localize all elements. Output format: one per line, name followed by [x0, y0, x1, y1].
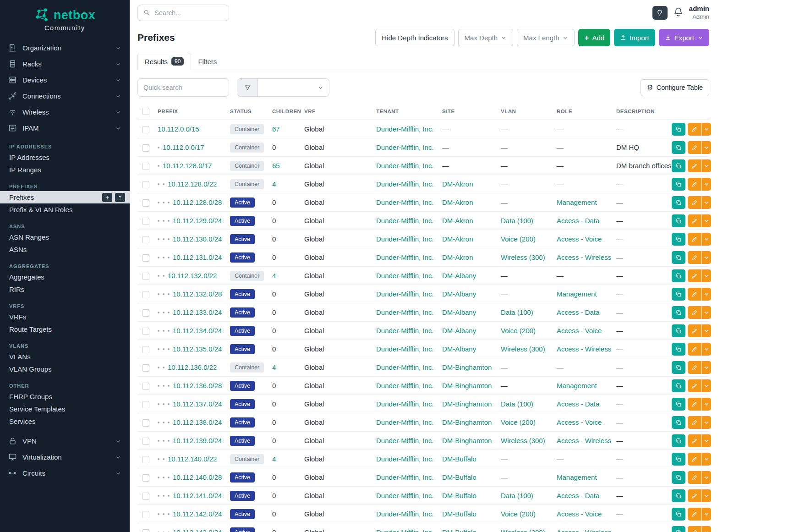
prefix-link[interactable]: 10.112.141.0/24: [173, 492, 222, 499]
tenant-link[interactable]: Dunder-Mifflin, Inc.: [376, 382, 434, 389]
role-link[interactable]: Access - Voice: [557, 235, 602, 243]
prefix-link[interactable]: 10.112.136.0/22: [168, 363, 217, 371]
sidebar-item-fhrp-groups[interactable]: FHRP Groups: [0, 390, 130, 403]
copy-button[interactable]: [672, 233, 685, 246]
sidebar-item-virtualization[interactable]: Virtualization: [0, 449, 130, 465]
edit-button[interactable]: [688, 251, 701, 264]
edit-button[interactable]: [688, 159, 701, 172]
max-depth-dropdown[interactable]: Max Depth: [458, 29, 514, 46]
copy-button[interactable]: [672, 471, 685, 484]
edit-dropdown-button[interactable]: [702, 398, 711, 411]
copy-button[interactable]: [672, 434, 685, 447]
prefix-link[interactable]: 10.112.134.0/24: [173, 327, 222, 335]
edit-button[interactable]: [688, 379, 701, 392]
role-link[interactable]: Access - Data: [557, 217, 599, 225]
edit-dropdown-button[interactable]: [702, 141, 711, 154]
sidebar-item-rirs[interactable]: RIRs: [0, 283, 130, 296]
column-header-role[interactable]: ROLE: [552, 102, 612, 120]
configure-table-button[interactable]: ⚙ Configure Table: [641, 79, 709, 96]
site-link[interactable]: DM-Binghamton: [442, 400, 492, 408]
copy-button[interactable]: [672, 123, 685, 136]
copy-button[interactable]: [672, 306, 685, 319]
role-link[interactable]: Access - Wireless: [557, 437, 611, 444]
prefix-link[interactable]: 10.112.128.0/22: [168, 180, 217, 188]
edit-button[interactable]: [688, 489, 701, 502]
row-checkbox[interactable]: [142, 383, 149, 390]
vlan-link[interactable]: Wireless (300): [501, 345, 545, 353]
sidebar-item-asns[interactable]: ASNs: [0, 243, 130, 256]
edit-button[interactable]: [688, 196, 701, 209]
sidebar-item-vlan-groups[interactable]: VLAN Groups: [0, 363, 130, 375]
select-all-checkbox[interactable]: [142, 108, 149, 115]
tenant-link[interactable]: Dunder-Mifflin, Inc.: [376, 473, 434, 481]
copy-button[interactable]: [672, 324, 685, 337]
prefix-link[interactable]: 10.112.142.0/24: [173, 510, 222, 518]
children-count[interactable]: 4: [272, 363, 276, 371]
edit-button[interactable]: [688, 526, 701, 532]
edit-button[interactable]: [688, 233, 701, 246]
prefix-link[interactable]: 10.112.136.0/28: [173, 382, 222, 389]
tenant-link[interactable]: Dunder-Mifflin, Inc.: [376, 290, 434, 298]
prefix-link[interactable]: 10.112.131.0/24: [173, 253, 222, 261]
site-link[interactable]: DM-Akron: [442, 253, 473, 261]
prefix-link[interactable]: 10.112.133.0/24: [173, 308, 222, 316]
export-button[interactable]: Export: [659, 29, 709, 46]
tenant-link[interactable]: Dunder-Mifflin, Inc.: [376, 418, 434, 426]
edit-button[interactable]: [688, 398, 701, 411]
edit-button[interactable]: [688, 269, 701, 282]
prefix-link[interactable]: 10.112.140.0/22: [168, 455, 217, 463]
tenant-link[interactable]: Dunder-Mifflin, Inc.: [376, 272, 434, 280]
site-link[interactable]: DM-Albany: [442, 290, 476, 298]
role-link[interactable]: Management: [557, 198, 597, 206]
column-header-children[interactable]: CHILDREN: [268, 102, 300, 120]
edit-button[interactable]: [688, 434, 701, 447]
sidebar-item-prefix-vlan-roles[interactable]: Prefix & VLAN Roles: [0, 203, 130, 216]
edit-button[interactable]: [688, 123, 701, 136]
copy-button[interactable]: [672, 159, 685, 172]
sidebar-item-circuits[interactable]: Circuits: [0, 465, 130, 481]
prefix-link[interactable]: 10.112.132.0/28: [173, 290, 222, 298]
role-link[interactable]: Management: [557, 290, 597, 298]
filter-button[interactable]: [237, 78, 258, 97]
edit-dropdown-button[interactable]: [702, 453, 711, 466]
row-checkbox[interactable]: [142, 401, 149, 408]
sidebar-item-vrfs[interactable]: VRFs: [0, 311, 130, 323]
copy-button[interactable]: [672, 398, 685, 411]
children-count[interactable]: 4: [272, 180, 276, 188]
copy-button[interactable]: [672, 453, 685, 466]
user-menu[interactable]: admin Admin: [689, 5, 709, 21]
edit-button[interactable]: [688, 508, 701, 521]
prefix-link[interactable]: 10.112.128.0/17: [163, 162, 212, 170]
role-link[interactable]: Management: [557, 382, 597, 389]
copy-button[interactable]: [672, 508, 685, 521]
site-link[interactable]: DM-Akron: [442, 198, 473, 206]
edit-dropdown-button[interactable]: [702, 159, 711, 172]
tenant-link[interactable]: Dunder-Mifflin, Inc.: [376, 528, 434, 532]
site-link[interactable]: DM-Buffalo: [442, 492, 476, 499]
prefix-link[interactable]: 10.112.0.0/17: [163, 143, 204, 151]
column-header-prefix[interactable]: PREFIX: [153, 102, 225, 120]
quick-add-prefix-button[interactable]: +: [102, 193, 112, 202]
children-count[interactable]: 65: [272, 162, 280, 170]
copy-button[interactable]: [672, 214, 685, 227]
copy-button[interactable]: [672, 141, 685, 154]
tenant-link[interactable]: Dunder-Mifflin, Inc.: [376, 345, 434, 353]
row-checkbox[interactable]: [142, 144, 149, 152]
row-checkbox[interactable]: [142, 236, 149, 243]
role-link[interactable]: Access - Wireless: [557, 253, 611, 261]
tab-results[interactable]: Results 90: [137, 53, 191, 70]
sidebar-item-service-templates[interactable]: Service Templates: [0, 403, 130, 415]
saved-filter-select[interactable]: [258, 78, 329, 97]
row-checkbox[interactable]: [142, 511, 149, 518]
sidebar-item-vpn[interactable]: VPN: [0, 433, 130, 449]
role-link[interactable]: Access - Voice: [557, 327, 602, 335]
sidebar-item-wireless[interactable]: Wireless: [0, 104, 130, 120]
theme-toggle-button[interactable]: [652, 6, 668, 20]
tenant-link[interactable]: Dunder-Mifflin, Inc.: [376, 437, 434, 444]
vlan-link[interactable]: Wireless (300): [501, 437, 545, 444]
role-link[interactable]: Access - Data: [557, 308, 599, 316]
tenant-link[interactable]: Dunder-Mifflin, Inc.: [376, 180, 434, 188]
sidebar-item-racks[interactable]: Racks: [0, 56, 130, 72]
prefix-link[interactable]: 10.112.130.0/24: [173, 235, 222, 243]
site-link[interactable]: DM-Albany: [442, 345, 476, 353]
